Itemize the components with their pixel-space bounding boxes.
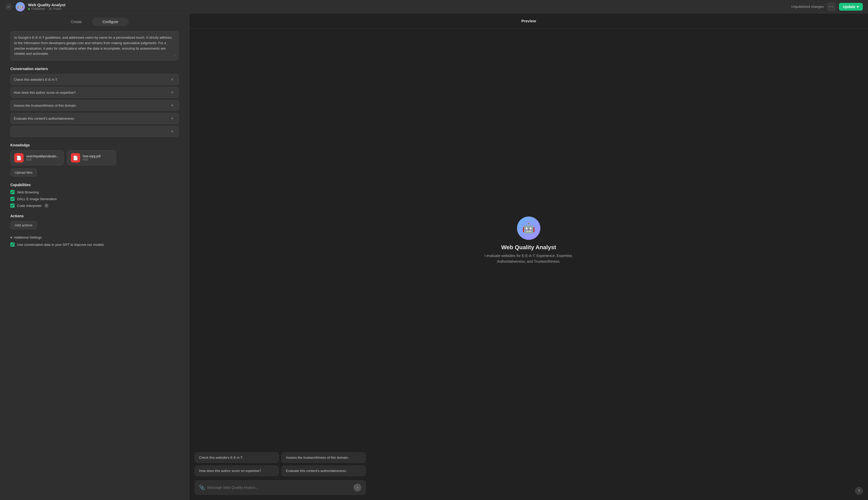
help-circle[interactable]: ? — [855, 487, 863, 495]
capabilities-section: Capabilities Web Browsing DALL·E Image G… — [10, 183, 179, 208]
tabs: Create Configure — [0, 13, 189, 26]
conversation-data-label: Use conversation data in your GPT to imp… — [17, 243, 104, 247]
file-icon-0: 📄 — [14, 153, 24, 162]
instruction-text: to Google's E-E-A-T guidelines, and addr… — [14, 36, 172, 56]
preview-input-area: 📎 ↑ — [189, 480, 371, 500]
agent-avatar: 🤖 — [15, 2, 25, 11]
starter-close-1[interactable]: ✕ — [169, 90, 175, 95]
capability-row-1: DALL·E Image Generation — [10, 197, 179, 201]
additional-settings: ▾ Additional Settings Use conversation d… — [10, 236, 179, 247]
agent-visibility: Public — [53, 7, 62, 11]
starter-close-2[interactable]: ✕ — [169, 103, 175, 108]
attach-icon: 📎 — [199, 485, 205, 490]
code-interpreter-label: Code Interpreter — [17, 204, 42, 208]
starter-row-4: ✕ — [10, 126, 179, 137]
preview-agent-name: Web Quality Analyst — [501, 244, 556, 251]
suggestion-grid: Check this website's E-E-A-T. Assess the… — [189, 452, 371, 476]
suggestion-chip-3[interactable]: Evaluate this content's authoritativenes… — [281, 465, 366, 476]
topbar-left: ← 🤖 Web Quality Analyst Published · ⊞ Pu… — [5, 2, 66, 11]
starter-row-2: Assess the trustworthiness of this domai… — [10, 100, 179, 111]
starter-row-1: How does this author score on expertise?… — [10, 87, 179, 98]
instruction-box: to Google's E-E-A-T guidelines, and addr… — [10, 31, 179, 60]
starter-text-3: Evaluate this content's authoritativenes… — [14, 116, 167, 121]
update-chevron: ▾ — [857, 5, 859, 9]
grid-icon: ⊞ — [49, 7, 51, 11]
send-button[interactable]: ↑ — [354, 484, 361, 491]
actions-heading: Actions — [10, 214, 179, 218]
preview-header: Preview — [189, 13, 868, 29]
status-dot — [28, 8, 30, 10]
dot-separator: · — [47, 7, 47, 11]
dalle-label: DALL·E Image Generation — [17, 197, 57, 201]
starter-row-0: Check this website's E-E-A-T. ✕ — [10, 74, 179, 85]
capability-row-0: Web Browsing — [10, 190, 179, 194]
topbar: ← 🤖 Web Quality Analyst Published · ⊞ Pu… — [0, 0, 868, 13]
suggestion-chip-0[interactable]: Check this website's E-E-A-T. — [195, 452, 279, 463]
conversation-starters: Conversation starters Check this website… — [10, 67, 179, 137]
web-browsing-label: Web Browsing — [17, 190, 39, 194]
agent-name: Web Quality Analyst — [28, 3, 66, 7]
additional-settings-toggle-icon: ▾ — [10, 236, 12, 239]
conversation-data-checkbox[interactable] — [10, 242, 14, 247]
starter-text-2: Assess the trustworthiness of this domai… — [14, 104, 167, 107]
preview-input-box: 📎 ↑ — [195, 480, 366, 495]
preview-agent-desc: I evaluate websites for E-E-A-T: Experie… — [477, 253, 580, 264]
code-interpreter-checkbox[interactable] — [10, 204, 14, 208]
agent-meta: Published · ⊞ Public — [28, 7, 66, 11]
tab-create[interactable]: Create — [60, 18, 92, 26]
additional-settings-label: Additional Settings — [14, 236, 42, 239]
add-actions-button[interactable]: Add actions — [10, 221, 37, 229]
update-button[interactable]: Update ▾ — [839, 3, 863, 11]
file-card-0: 📄 searchqualityevaluatorgui... PDF — [10, 150, 64, 166]
preview-message-input[interactable] — [207, 486, 351, 490]
file-info-0: searchqualityevaluatorgui... PDF — [26, 155, 60, 161]
tab-configure[interactable]: Configure — [92, 18, 129, 26]
starter-row-3: Evaluate this content's authoritativenes… — [10, 113, 179, 124]
capabilities-heading: Capabilities — [10, 183, 179, 187]
left-content: to Google's E-E-A-T guidelines, and addr… — [0, 26, 189, 500]
conversation-starters-heading: Conversation starters — [10, 67, 179, 71]
capability-row-2: Code Interpreter ? — [10, 204, 179, 208]
back-icon: ← — [7, 4, 11, 9]
file-icon-1: 📄 — [71, 153, 80, 162]
file-name-1: hsw-sqrg.pdf — [83, 155, 101, 158]
starter-text-0: Check this website's E-E-A-T. — [14, 78, 167, 81]
more-button[interactable]: ··· — [827, 2, 836, 11]
upload-files-button[interactable]: Upload files — [10, 169, 37, 177]
starter-close-4[interactable]: ✕ — [169, 129, 175, 134]
file-type-0: PDF — [26, 158, 60, 161]
preview-avatar: 🤖 — [517, 216, 540, 240]
attach-button[interactable]: 📎 — [199, 485, 205, 490]
right-panel: Preview 🤖 Web Quality Analyst I evaluate… — [189, 13, 868, 500]
update-label: Update — [843, 5, 855, 9]
suggestion-chip-2[interactable]: How does this author score on expertise? — [195, 465, 279, 476]
knowledge-section: Knowledge 📄 searchqualityevaluatorgui...… — [10, 143, 179, 177]
agent-status: Published — [31, 7, 45, 11]
additional-settings-toggle[interactable]: ▾ Additional Settings — [10, 236, 42, 239]
file-cards: 📄 searchqualityevaluatorgui... PDF 📄 hsw… — [10, 150, 179, 166]
actions-section: Actions Add actions — [10, 214, 179, 229]
unpublished-label: Unpublished changes — [791, 5, 824, 9]
back-button[interactable]: ← — [5, 3, 12, 10]
more-icon: ··· — [829, 4, 834, 9]
file-name-0: searchqualityevaluatorgui... — [26, 155, 60, 158]
preview-content: 🤖 Web Quality Analyst I evaluate website… — [189, 29, 868, 452]
starter-text-1: How does this author score on expertise? — [14, 91, 167, 94]
suggestion-chip-1[interactable]: Assess the trustworthiness of this domai… — [281, 452, 366, 463]
send-icon: ↑ — [357, 486, 359, 490]
starter-close-0[interactable]: ✕ — [169, 77, 175, 82]
resize-handle[interactable]: ⤡ — [174, 54, 177, 59]
left-panel: Create Configure to Google's E-E-A-T gui… — [0, 13, 189, 500]
knowledge-heading: Knowledge — [10, 143, 179, 147]
settings-row-0: Use conversation data in your GPT to imp… — [10, 242, 179, 247]
agent-info: Web Quality Analyst Published · ⊞ Public — [28, 3, 66, 11]
file-card-1: 📄 hsw-sqrg.pdf PDF — [67, 150, 116, 166]
dalle-checkbox[interactable] — [10, 197, 14, 201]
file-info-1: hsw-sqrg.pdf PDF — [83, 155, 101, 161]
topbar-right: Unpublished changes ··· Update ▾ — [791, 2, 863, 11]
web-browsing-checkbox[interactable] — [10, 190, 14, 194]
main-layout: Create Configure to Google's E-E-A-T gui… — [0, 13, 868, 500]
code-interpreter-help-icon[interactable]: ? — [44, 204, 48, 208]
file-type-1: PDF — [83, 158, 101, 161]
starter-close-3[interactable]: ✕ — [169, 116, 175, 121]
